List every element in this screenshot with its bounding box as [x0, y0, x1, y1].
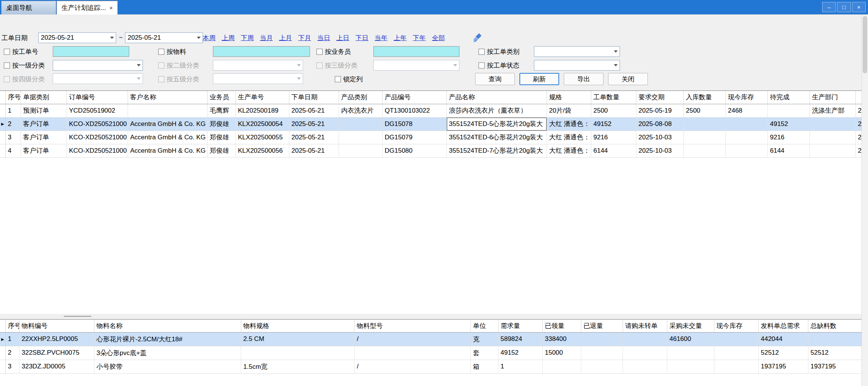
cell-material-spec[interactable]: 2.5 CM	[241, 332, 354, 346]
cell-returned-qty[interactable]	[581, 360, 623, 373]
column-header[interactable]: 工单数量	[591, 91, 636, 104]
chevron-down-icon[interactable]	[612, 50, 620, 53]
cell-order-no[interactable]: YCD250519002	[67, 104, 128, 117]
cell-department[interactable]	[810, 144, 855, 157]
date-from-combo[interactable]: 2025-05-21	[38, 32, 116, 43]
material-row[interactable]: 3 323DZ.JD0005 小号胶带 1.5cm宽 / 箱 1 1937195	[0, 360, 862, 373]
cell-doc-type[interactable]: 客户订单	[21, 131, 67, 144]
cell-product-category[interactable]: 内衣洗衣片	[339, 104, 382, 117]
cell-production-order-no[interactable]: KLX202500054	[235, 117, 289, 131]
column-header[interactable]: 已领量	[542, 320, 581, 332]
cell-stock[interactable]	[714, 360, 758, 373]
cell-unit[interactable]: 箱	[471, 360, 498, 373]
column-header[interactable]: 订单编号	[67, 91, 128, 104]
row-selector-gutter[interactable]	[0, 131, 5, 144]
row-selector-gutter[interactable]: ▶	[0, 332, 5, 346]
chevron-down-icon[interactable]	[108, 37, 116, 39]
cell-order-date[interactable]: 2025-05-21	[289, 144, 339, 157]
cell-stock[interactable]	[714, 332, 758, 346]
cell-seq[interactable]: 2	[5, 346, 19, 360]
cell-seq[interactable]: 1	[5, 332, 19, 346]
cell-material-model[interactable]: /	[354, 360, 471, 373]
column-header[interactable]	[855, 91, 862, 104]
close-window-button[interactable]: ×	[852, 2, 866, 12]
cell-customer[interactable]: Accentra GmbH & Co. KG	[128, 117, 207, 131]
order-row[interactable]: 4 客户订单 KCO-XD250521000 Accentra GmbH & C…	[0, 144, 862, 157]
column-header[interactable]: 待完成	[767, 91, 810, 104]
cell-stock[interactable]: 2468	[725, 104, 767, 117]
cell-production-order-no[interactable]: KL202500189	[235, 104, 289, 117]
cell-pending[interactable]: 9216	[767, 131, 810, 144]
cell-due-date[interactable]: 2025-10-03	[636, 144, 683, 157]
column-header[interactable]: 业务员	[207, 91, 235, 104]
cell-doc-type[interactable]: 预测订单	[21, 104, 67, 117]
column-header[interactable]: 发料单总需求	[758, 320, 808, 332]
cell-pending[interactable]: 6144	[767, 144, 810, 157]
row-selector-gutter[interactable]	[0, 104, 5, 117]
close-tab-icon[interactable]: ×	[109, 5, 113, 11]
cell-in-qty[interactable]	[683, 131, 725, 144]
quick-date-link[interactable]: 上月	[279, 34, 292, 42]
checkbox-icon[interactable]	[158, 48, 164, 55]
cell-order-no[interactable]: KCO-XD250521000	[67, 117, 128, 131]
quick-date-link[interactable]: 全部	[432, 34, 445, 42]
scrollbar-thumb[interactable]	[863, 16, 867, 73]
cell-spec[interactable]: 大红 潘通色：	[547, 131, 591, 144]
chevron-down-icon[interactable]	[612, 64, 620, 66]
cell-issued-qty[interactable]	[542, 360, 581, 373]
cell-order-no[interactable]: KCO-XD250521000	[67, 131, 128, 144]
cell-returned-qty[interactable]	[581, 332, 623, 346]
checkbox-icon[interactable]	[335, 76, 341, 82]
minimize-button[interactable]: –	[822, 2, 836, 12]
cell-extra[interactable]: 2	[855, 144, 862, 157]
cell-product-code[interactable]: QT1300103022	[382, 104, 446, 117]
cell-due-date[interactable]: 2025-05-19	[636, 104, 683, 117]
cell-total-shortage[interactable]: 1937195	[808, 360, 862, 373]
column-header[interactable]: 单据类别	[21, 91, 67, 104]
cell-product-name[interactable]: 3551524TED-6心形花片20g装大	[446, 131, 547, 144]
column-header[interactable]: 产品类别	[339, 91, 382, 104]
vertical-scrollbar[interactable]	[862, 15, 868, 386]
cell-order-qty[interactable]: 9216	[591, 131, 636, 144]
quick-date-link[interactable]: 上日	[336, 34, 349, 42]
cell-issued-qty[interactable]: 338400	[542, 332, 581, 346]
cell-in-qty[interactable]	[683, 117, 725, 131]
column-header[interactable]: 要求交期	[636, 91, 683, 104]
order-row[interactable]: ▶ 2 客户订单 KCO-XD250521000 Accentra GmbH &…	[0, 117, 862, 131]
cell-customer[interactable]	[128, 104, 207, 117]
splitter-grip-icon[interactable]	[64, 316, 91, 317]
level1-combo[interactable]	[53, 60, 143, 71]
cell-spec[interactable]: 大红 潘通色：	[547, 144, 591, 157]
column-header[interactable]: 序号	[5, 320, 19, 332]
cell-product-code[interactable]: DG15080	[382, 144, 446, 157]
column-header[interactable]: 请购未转单	[623, 320, 667, 332]
row-selector-gutter[interactable]	[0, 360, 5, 373]
cell-order-qty[interactable]: 6144	[591, 144, 636, 157]
cell-production-order-no[interactable]: KLX202500056	[235, 144, 289, 157]
cell-material-code[interactable]: 323DZ.JD0005	[19, 360, 94, 373]
checkbox-icon[interactable]	[479, 48, 485, 55]
filter-checkbox-level5[interactable]: 按五级分类	[158, 75, 199, 84]
filter-checkbox-level4[interactable]: 按四级分类	[4, 75, 45, 84]
cell-material-code[interactable]: 22XXHP2.5LP0005	[19, 332, 94, 346]
cell-material-model[interactable]	[354, 346, 471, 360]
column-header[interactable]: 下单日期	[289, 91, 339, 104]
cell-total-demand[interactable]: 52512	[758, 346, 808, 360]
close-button[interactable]: 关闭	[608, 73, 648, 85]
cell-material-model[interactable]: /	[354, 332, 471, 346]
filter-checkbox-work-order-status[interactable]: 按工单状态	[479, 61, 519, 70]
cell-department[interactable]: 洗涤生产部	[810, 104, 855, 117]
export-button[interactable]: 导出	[564, 73, 604, 85]
cell-customer[interactable]: Accentra GmbH & Co. KG	[128, 131, 207, 144]
column-header[interactable]: 物料名称	[94, 320, 241, 332]
row-selector-gutter[interactable]	[0, 346, 5, 360]
material-row[interactable]: 2 322SBZ.PVCH0075 3朵心形pvc底+盖 套 49152 150…	[0, 346, 862, 360]
column-header[interactable]: 物料规格	[241, 320, 354, 332]
column-header[interactable]: 入库数量	[683, 91, 725, 104]
cell-order-date[interactable]: 2025-05-21	[289, 131, 339, 144]
quick-date-link[interactable]: 当年	[375, 34, 388, 42]
work-order-status-combo[interactable]	[534, 60, 620, 71]
filter-checkbox-level1[interactable]: 按一级分类	[4, 61, 45, 70]
cell-order-qty[interactable]: 2500	[591, 104, 636, 117]
material-input[interactable]	[213, 46, 310, 57]
